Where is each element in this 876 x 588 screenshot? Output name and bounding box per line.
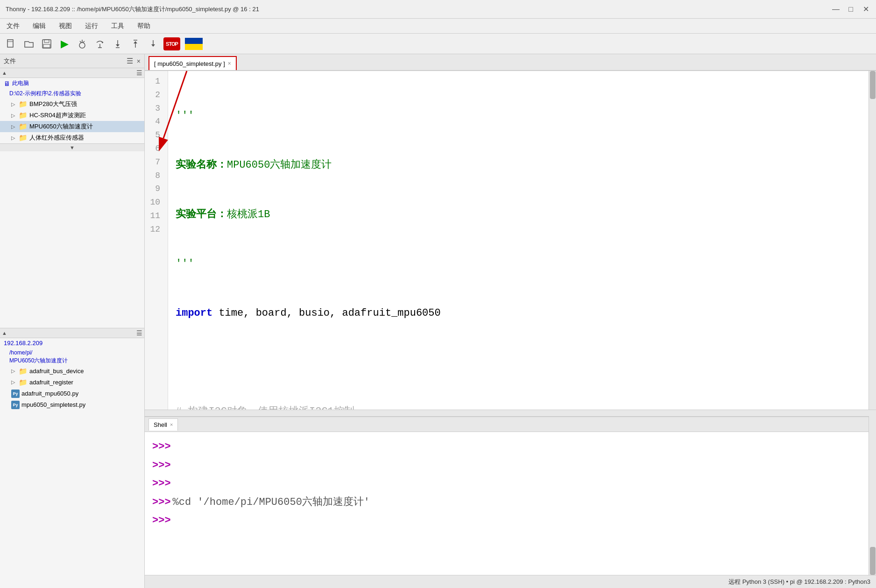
svg-rect-0 — [7, 40, 13, 47]
status-text: 远程 Python 3 (SSH) • pi @ 192.168.2.209 :… — [728, 578, 870, 586]
editor-tab[interactable]: [ mpu6050_simpletest.py ] × — [148, 56, 237, 70]
sidebar: 文件 ☰ × ▲ ☰ 🖥 此电脑 D:\02-示例程序\2.传感器实验 ▷ 📁 … — [0, 54, 145, 588]
menu-edit[interactable]: 编辑 — [30, 21, 49, 31]
svg-rect-3 — [44, 40, 49, 43]
toolbar: ▶ STOP — [0, 34, 876, 54]
menu-tools[interactable]: 工具 — [108, 21, 127, 31]
svg-marker-16 — [134, 41, 137, 43]
maximize-button[interactable]: □ — [846, 5, 855, 14]
code-line-3: 实验平台：核桃派1B — [176, 206, 861, 223]
tab-close-button[interactable]: × — [228, 60, 231, 67]
shell-tab[interactable]: Shell × — [148, 418, 178, 431]
sidebar-menu-icon[interactable]: ☰ — [127, 57, 133, 65]
folder-adafruit-register[interactable]: ▷ 📁 adafruit_register — [0, 377, 144, 388]
editor-scroll-thumb[interactable] — [870, 71, 876, 99]
sidebar-close-icon[interactable]: × — [137, 57, 141, 65]
menu-help[interactable]: 帮助 — [134, 21, 153, 31]
main-area: 文件 ☰ × ▲ ☰ 🖥 此电脑 D:\02-示例程序\2.传感器实验 ▷ 📁 … — [0, 54, 876, 588]
window-controls: — □ ✕ — [831, 5, 870, 14]
save-file-button[interactable] — [39, 36, 54, 51]
folder-icon: 📁 — [19, 367, 28, 375]
shell-line-1: >>> — [152, 438, 869, 456]
step-over-button[interactable] — [92, 36, 107, 51]
expand-icon: ▷ — [11, 379, 17, 385]
sidebar-files-header: 文件 ☰ × — [0, 54, 144, 68]
code-editor[interactable]: 1 2 3 4 5 6 7 8 9 10 11 12 ''' 实验名称：MPU6… — [145, 71, 876, 410]
open-file-button[interactable] — [21, 36, 36, 51]
code-line-1: ''' — [176, 107, 861, 124]
step-out-button[interactable] — [128, 36, 143, 51]
shell-tab-bar: Shell × — [145, 417, 876, 432]
folder-icon: 📁 — [19, 122, 28, 131]
shell-line-5: >>> — [152, 511, 869, 530]
debug-button[interactable] — [75, 36, 90, 51]
py-file-icon: Py — [11, 401, 20, 409]
svg-point-5 — [79, 43, 85, 48]
expand-icon: ▷ — [11, 135, 17, 141]
shell-scroll-thumb[interactable] — [870, 547, 876, 575]
title-bar: Thonny - 192.168.2.209 :: /home/pi/MPU60… — [0, 0, 876, 19]
ukraine-flag-icon — [185, 38, 203, 50]
minimize-button[interactable]: — — [831, 5, 841, 14]
stop-button[interactable]: STOP — [163, 37, 180, 50]
menu-file[interactable]: 文件 — [4, 21, 22, 31]
svg-marker-13 — [116, 44, 120, 47]
shell-line-3: >>> — [152, 475, 869, 493]
remote-path: /home/pi/MPU6050六轴加速度计 — [0, 348, 144, 366]
file-mpu6050-simpletest[interactable]: Py mpu6050_simpletest.py — [0, 399, 144, 411]
right-panel: [ mpu6050_simpletest.py ] × 1 2 3 4 5 6 … — [145, 54, 876, 588]
local-root-item[interactable]: 🖥 此电脑 — [0, 78, 144, 89]
svg-marker-19 — [151, 44, 155, 47]
code-line-5: import time, board, busio, adafruit_mpu6… — [176, 305, 861, 321]
folder-mpu6050[interactable]: ▷ 📁 MPU6050六轴加速度计 — [0, 121, 144, 132]
folder-bmp280[interactable]: ▷ 📁 BMP280大气压强 — [0, 99, 144, 110]
step-into-button[interactable] — [110, 36, 125, 51]
code-content[interactable]: ''' 实验名称：MPU6050六轴加速度计 实验平台：核桃派1B ''' im… — [168, 71, 869, 410]
folder-adafruit-bus[interactable]: ▷ 📁 adafruit_bus_device — [0, 366, 144, 377]
shell-line-4: >>> %cd '/home/pi/MPU6050六轴加速度计' — [152, 493, 869, 512]
shell-tab-close-button[interactable]: × — [170, 422, 173, 427]
scroll-down-arrow[interactable]: ▼ — [70, 145, 75, 150]
scroll-up-2-arrow[interactable]: ▲ — [2, 330, 7, 336]
code-line-2: 实验名称：MPU6050六轴加速度计 — [176, 157, 861, 173]
folder-icon: 📁 — [19, 378, 28, 387]
code-line-7: # 构建I2C对象，使用核桃派I2C1控制 — [176, 404, 861, 410]
editor-h-scrollbar[interactable] — [145, 410, 876, 416]
menu-run[interactable]: 运行 — [82, 21, 101, 31]
shell-area: Shell × >>> >>> >>> >>> — [145, 416, 876, 575]
new-file-button[interactable] — [4, 36, 19, 51]
shell-scrollbar[interactable] — [869, 416, 876, 575]
menu-bar: 文件 编辑 视图 运行 工具 帮助 — [0, 19, 876, 34]
file-adafruit-mpu6050[interactable]: Py adafruit_mpu6050.py — [0, 388, 144, 399]
tab-bar: [ mpu6050_simpletest.py ] × — [145, 54, 876, 71]
shell-line-2: >>> — [152, 456, 869, 475]
expand-icon: ▷ — [11, 368, 17, 374]
run-button[interactable]: ▶ — [57, 36, 72, 51]
expand-icon: ▷ — [11, 113, 17, 119]
line-numbers: 1 2 3 4 5 6 7 8 9 10 11 12 — [145, 71, 168, 410]
expand-icon: ▷ — [11, 124, 17, 130]
tab-label: [ mpu6050_simpletest.py ] — [154, 60, 225, 67]
sidebar-menu-2-icon[interactable]: ☰ — [136, 69, 142, 77]
sidebar-files-title: 文件 — [4, 57, 16, 65]
editor-scrollbar[interactable] — [869, 71, 876, 410]
shell-content[interactable]: >>> >>> >>> >>> %cd '/home/pi/MPU6050六轴加… — [145, 432, 876, 575]
window-title: Thonny - 192.168.2.209 :: /home/pi/MPU60… — [6, 5, 259, 14]
folder-ir-sensor[interactable]: ▷ 📁 人体红外感应传感器 — [0, 132, 144, 143]
folder-hcsr04[interactable]: ▷ 📁 HC-SR04超声波测距 — [0, 110, 144, 121]
folder-icon: 📁 — [19, 111, 28, 120]
menu-view[interactable]: 视图 — [56, 21, 75, 31]
expand-icon: ▷ — [11, 101, 17, 107]
remote-root-item[interactable]: 192.168.2.209 — [0, 338, 144, 348]
code-line-6 — [176, 354, 861, 370]
local-path: D:\02-示例程序\2.传感器实验 — [0, 89, 144, 99]
close-button[interactable]: ✕ — [861, 5, 870, 14]
svg-rect-2 — [42, 40, 51, 48]
scroll-up-arrow[interactable]: ▲ — [2, 70, 7, 76]
computer-icon: 🖥 — [4, 80, 10, 87]
shell-tab-label: Shell — [154, 421, 167, 428]
resume-button[interactable] — [146, 36, 161, 51]
svg-rect-4 — [43, 44, 50, 48]
sidebar-menu-3-icon[interactable]: ☰ — [136, 329, 142, 337]
folder-icon: 📁 — [19, 100, 28, 108]
